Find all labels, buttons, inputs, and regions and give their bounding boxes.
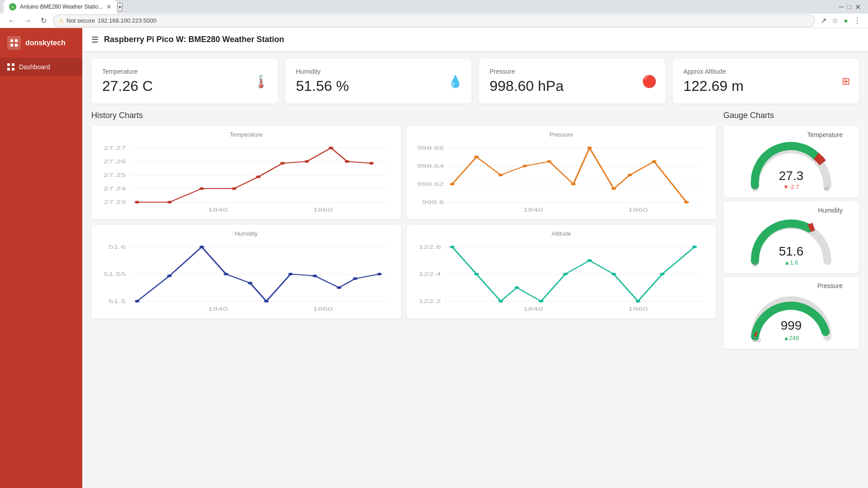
svg-point-26 bbox=[344, 160, 349, 163]
svg-point-20 bbox=[199, 187, 204, 190]
forward-button[interactable]: → bbox=[22, 15, 34, 27]
pressure-card: Pressure 998.60 hPa 🔴 bbox=[479, 59, 665, 104]
svg-text:1840: 1840 bbox=[523, 207, 543, 213]
svg-point-39 bbox=[474, 156, 479, 158]
svg-text:1860: 1860 bbox=[628, 306, 648, 312]
svg-point-42 bbox=[547, 160, 552, 163]
svg-text:▼-2.7: ▼-2.7 bbox=[783, 184, 799, 190]
browser-chrome: A Arduino BME280 Weather Statio... ✕ + ─… bbox=[0, 0, 868, 28]
window-close[interactable]: ✕ bbox=[855, 3, 861, 11]
pressure-gauge-card: Pressure 500 999 ▲249 bbox=[723, 277, 859, 349]
back-button[interactable]: ← bbox=[5, 15, 18, 27]
svg-point-23 bbox=[280, 162, 285, 165]
svg-text:40: 40 bbox=[824, 186, 829, 192]
history-title: History Charts bbox=[91, 111, 716, 120]
svg-text:998.6: 998.6 bbox=[422, 199, 444, 205]
svg-text:500: 500 bbox=[752, 337, 760, 343]
svg-text:122.2: 122.2 bbox=[419, 298, 441, 304]
svg-rect-5 bbox=[12, 63, 14, 66]
svg-point-77 bbox=[474, 273, 479, 275]
bookmark-icon[interactable]: ☆ bbox=[830, 14, 840, 27]
pressure-chart-title: Pressure bbox=[412, 131, 711, 138]
app-container: donskytech Dashboard ☰ Raspberry Pi Pico… bbox=[0, 28, 868, 488]
svg-point-46 bbox=[627, 174, 632, 176]
humidity-icon: 💧 bbox=[448, 74, 462, 88]
pressure-value: 998.60 hPa bbox=[490, 78, 655, 95]
svg-rect-0 bbox=[10, 39, 13, 42]
svg-text:50: 50 bbox=[752, 262, 758, 267]
svg-text:51.6: 51.6 bbox=[108, 244, 126, 250]
svg-point-84 bbox=[636, 300, 641, 303]
svg-point-62 bbox=[264, 300, 269, 303]
svg-point-18 bbox=[135, 201, 140, 204]
svg-text:998.66: 998.66 bbox=[417, 145, 444, 151]
svg-text:122.4: 122.4 bbox=[419, 271, 441, 277]
svg-point-24 bbox=[304, 160, 309, 163]
browser-tab-active[interactable]: A Arduino BME280 Weather Statio... ✕ bbox=[4, 0, 117, 14]
svg-rect-7 bbox=[12, 68, 14, 71]
svg-point-63 bbox=[288, 273, 293, 275]
browser-toolbar-icons: ↗ ☆ ● ⋮ bbox=[819, 14, 863, 27]
altitude-card: Approx Altitude 122.69 m ⊞ bbox=[673, 59, 859, 104]
svg-text:999: 999 bbox=[781, 318, 802, 332]
menu-toggle[interactable]: ☰ bbox=[91, 35, 99, 45]
extension-icon[interactable]: ● bbox=[842, 15, 850, 27]
address-bar[interactable]: ⚠ Not secure 192.168.100.223:5000 bbox=[53, 14, 815, 27]
sidebar-brand: donskytech bbox=[25, 39, 66, 47]
svg-point-21 bbox=[231, 187, 236, 190]
sidebar-item-dashboard[interactable]: Dashboard bbox=[0, 58, 82, 76]
svg-text:998.64: 998.64 bbox=[417, 163, 444, 169]
svg-text:27.25: 27.25 bbox=[104, 172, 126, 178]
pressure-chart-card: Pressure 998.66 998.64 998.62 998.6 bbox=[406, 126, 716, 219]
svg-text:122.6: 122.6 bbox=[419, 244, 441, 250]
tab-favicon: A bbox=[9, 3, 16, 10]
svg-text:51.6: 51.6 bbox=[779, 244, 804, 258]
new-tab-button[interactable]: + bbox=[117, 3, 123, 11]
svg-point-82 bbox=[587, 259, 592, 262]
svg-text:▲1.6: ▲1.6 bbox=[784, 259, 798, 266]
svg-point-86 bbox=[692, 246, 697, 248]
humidity-label: Humidity bbox=[296, 68, 461, 75]
window-minimize[interactable]: ─ bbox=[839, 3, 844, 11]
window-maximize[interactable]: □ bbox=[848, 3, 851, 10]
humidity-gauge-title: Humidity bbox=[818, 207, 843, 214]
tab-close-button[interactable]: ✕ bbox=[106, 3, 112, 10]
not-secure-icon: ⚠ bbox=[59, 18, 64, 24]
svg-text:51.55: 51.55 bbox=[104, 271, 126, 277]
svg-point-81 bbox=[563, 273, 568, 275]
browser-nav-bar: ← → ↻ ⚠ Not secure 192.168.100.223:5000 … bbox=[0, 14, 868, 28]
altitude-chart-card: Altitude 122.6 122.4 122.2 bbox=[406, 225, 716, 318]
reload-button[interactable]: ↻ bbox=[38, 14, 49, 27]
svg-point-27 bbox=[369, 162, 374, 165]
humidity-chart-area: 51.6 51.55 51.5 bbox=[97, 241, 396, 313]
share-icon[interactable]: ↗ bbox=[819, 14, 828, 27]
svg-point-40 bbox=[498, 174, 503, 176]
temp-value: 27.26 C bbox=[102, 78, 267, 95]
humidity-card: Humidity 51.56 % 💧 bbox=[285, 59, 472, 104]
pressure-icon: 🔴 bbox=[642, 74, 656, 88]
svg-point-44 bbox=[587, 147, 592, 149]
svg-text:27.24: 27.24 bbox=[104, 186, 126, 191]
svg-point-45 bbox=[611, 187, 616, 190]
temp-chart-area: 27.27 27.26 27.25 27.24 27.23 bbox=[97, 142, 396, 214]
svg-point-79 bbox=[514, 286, 519, 289]
stat-cards-row: Temperature 27.26 C 🌡️ Humidity 51.56 % … bbox=[82, 52, 868, 111]
pressure-gauge-title: Pressure bbox=[817, 282, 843, 289]
more-icon[interactable]: ⋮ bbox=[852, 14, 863, 27]
svg-point-57 bbox=[135, 300, 140, 303]
svg-point-59 bbox=[199, 246, 204, 248]
sidebar-nav: Dashboard bbox=[0, 58, 82, 488]
sidebar-header: donskytech bbox=[0, 28, 82, 58]
gauge-section: Gauge Charts Temperature bbox=[723, 111, 859, 349]
main-header: ☰ Raspberry Pi Pico W: BME280 Weather St… bbox=[82, 28, 868, 52]
temp-gauge-title: Temperature bbox=[807, 131, 843, 138]
humidity-chart-title: Humidity bbox=[97, 230, 396, 237]
gauge-title: Gauge Charts bbox=[723, 111, 859, 120]
svg-rect-3 bbox=[15, 44, 18, 47]
history-section: History Charts Temperature 27.27 27.26 2… bbox=[91, 111, 716, 349]
svg-text:998.62: 998.62 bbox=[417, 181, 444, 187]
svg-text:1860: 1860 bbox=[628, 207, 648, 213]
dashboard-label: Dashboard bbox=[19, 63, 50, 71]
temp-gauge-wrapper: 20 40 27.3 ▼-2.7 bbox=[746, 140, 836, 192]
tab-title: Arduino BME280 Weather Statio... bbox=[20, 4, 103, 10]
